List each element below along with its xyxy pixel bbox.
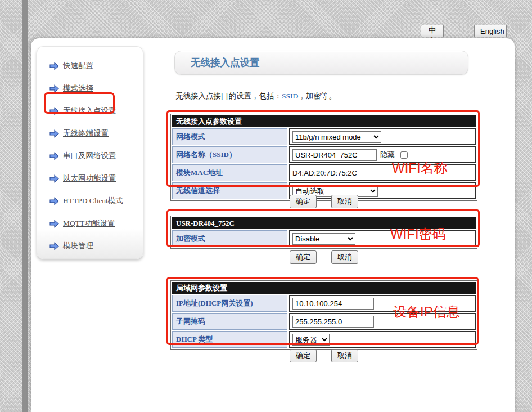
sidebar-item-wireless-terminal-settings[interactable]: 无线终端设置	[37, 122, 143, 145]
sidebar-item-label: 模式选择	[63, 83, 93, 93]
table-row: 子网掩码	[172, 313, 476, 330]
table-row: 网络名称（SSID） 隐藏	[172, 146, 476, 163]
arrow-icon	[49, 84, 59, 93]
ok-button-security[interactable]: 确定	[290, 250, 317, 264]
sidebar-item-ethernet-function[interactable]: 以太网功能设置	[37, 167, 143, 190]
table-row: IP地址(DHCP网关设置)	[172, 295, 476, 312]
description-text: ，加密等。	[298, 92, 336, 100]
mac-address-label: 模块MAC地址	[172, 164, 287, 181]
ok-button-ap[interactable]: 确定	[290, 195, 317, 208]
sidebar-item-label: 以太网功能设置	[63, 173, 116, 183]
arrow-icon	[49, 107, 59, 115]
page-title: 无线接入点设置	[174, 51, 468, 75]
table-header: 无线接入点参数设置	[172, 115, 476, 127]
arrow-icon	[49, 62, 59, 70]
mac-address-value: D4:AD:20:7D:75:2C	[292, 169, 357, 177]
sidebar-item-label: 无线接入点设置	[63, 106, 116, 116]
form-actions: 确定 取消	[170, 349, 477, 362]
vertical-divider	[22, 0, 28, 412]
ip-address-label: IP地址(DHCP网关设置)	[172, 295, 287, 312]
sidebar: 快速配置 模式选择 无线接入点设置 无线终端设置 串口及网络设置 以太网功能设置…	[37, 46, 143, 259]
sidebar-item-label: MQTT功能设置	[63, 218, 115, 229]
form-actions: 确定 取消	[170, 195, 477, 208]
sidebar-item-mode-select[interactable]: 模式选择	[37, 77, 143, 100]
hide-ssid-label: 隐藏	[380, 150, 395, 160]
ap-settings-table: 无线接入点参数设置 网络模式 11b/g/n mixed mode 网络名称（S…	[170, 114, 477, 201]
sidebar-item-httpd-client-mode[interactable]: HTTPD Client模式	[37, 190, 143, 212]
cancel-button-lan[interactable]: 取消	[331, 349, 358, 362]
dhcp-type-label: DHCP 类型	[172, 331, 287, 348]
network-mode-select[interactable]: 11b/g/n mixed mode	[292, 131, 381, 143]
arrow-icon	[49, 129, 59, 138]
sidebar-item-mqtt-function[interactable]: MQTT功能设置	[37, 212, 143, 235]
page: 中文 English 快速配置 模式选择 无线接入点设置 无线终端设置 串口及网…	[0, 0, 532, 412]
sidebar-item-label: 串口及网络设置	[63, 151, 116, 161]
form-actions: 确定 取消	[170, 250, 477, 264]
ssid-input[interactable]	[292, 149, 377, 161]
sidebar-item-wireless-ap-settings[interactable]: 无线接入点设置	[37, 100, 143, 122]
sidebar-item-label: 无线终端设置	[63, 128, 109, 138]
subnet-mask-label: 子网掩码	[172, 313, 287, 330]
dhcp-type-select[interactable]: 服务器	[292, 334, 330, 346]
subnet-mask-input[interactable]	[292, 316, 374, 328]
sidebar-item-label: 快速配置	[63, 61, 93, 71]
hide-ssid-checkbox[interactable]	[400, 151, 408, 159]
sidebar-item-label: 模块管理	[63, 241, 93, 251]
arrow-icon	[49, 152, 59, 160]
sidebar-item-serial-network-settings[interactable]: 串口及网络设置	[37, 145, 143, 167]
divider-line	[170, 105, 479, 105]
sidebar-item-quick-config[interactable]: 快速配置	[37, 55, 143, 77]
table-row: DHCP 类型 服务器	[172, 331, 476, 348]
lan-settings-table: 局域网参数设置 IP地址(DHCP网关设置) 子网掩码 DHCP 类型 服务器	[170, 280, 477, 350]
ssid-label: 网络名称（SSID）	[172, 146, 287, 163]
sidebar-item-module-management[interactable]: 模块管理	[37, 235, 143, 257]
encryption-mode-select[interactable]: Disable	[292, 233, 355, 245]
table-row: 模块MAC地址 D4:AD:20:7D:75:2C	[172, 164, 476, 181]
arrow-icon	[49, 197, 59, 205]
table-row: 加密模式 Disable	[172, 230, 476, 247]
encryption-mode-label: 加密模式	[172, 230, 287, 247]
table-header: 局域网参数设置	[172, 282, 476, 294]
ok-button-lan[interactable]: 确定	[290, 349, 317, 362]
cancel-button-ap[interactable]: 取消	[331, 195, 358, 208]
security-settings-table: USR-DR404_752C 加密模式 Disable	[170, 216, 477, 249]
arrow-icon	[49, 242, 59, 250]
cancel-button-security[interactable]: 取消	[331, 250, 358, 264]
table-header: USR-DR404_752C	[172, 217, 476, 229]
description-ssid-text: SSID	[282, 92, 298, 100]
arrow-icon	[49, 220, 59, 228]
arrow-icon	[49, 174, 59, 183]
page-description: 无线接入点接口的设置，包括：SSID，加密等。	[175, 91, 336, 101]
network-mode-label: 网络模式	[172, 128, 287, 145]
table-row: 网络模式 11b/g/n mixed mode	[172, 128, 476, 145]
ip-address-input[interactable]	[292, 298, 374, 310]
english-language-button[interactable]: English	[474, 25, 507, 37]
sidebar-item-label: HTTPD Client模式	[63, 196, 123, 206]
chinese-language-button[interactable]: 中文	[421, 25, 444, 37]
description-text: 无线接入点接口的设置，包括：	[175, 92, 282, 100]
